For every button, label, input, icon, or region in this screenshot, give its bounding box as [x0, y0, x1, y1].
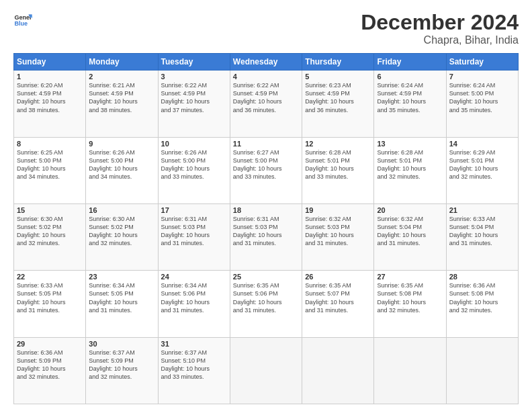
day-cell: 30Sunrise: 6:37 AM Sunset: 5:09 PM Dayli… [86, 337, 158, 404]
day-info: Sunrise: 6:34 AM Sunset: 5:05 PM Dayligh… [89, 281, 154, 314]
day-info: Sunrise: 6:29 AM Sunset: 5:01 PM Dayligh… [449, 148, 515, 181]
day-cell: 11Sunrise: 6:27 AM Sunset: 5:00 PM Dayli… [230, 137, 302, 203]
day-cell: 3Sunrise: 6:22 AM Sunset: 4:59 PM Daylig… [158, 71, 230, 137]
day-cell: 2Sunrise: 6:21 AM Sunset: 4:59 PM Daylig… [86, 71, 158, 137]
day-number: 4 [233, 73, 299, 81]
day-number: 18 [233, 206, 299, 214]
day-number: 21 [449, 206, 515, 214]
day-number: 12 [305, 140, 371, 148]
day-info: Sunrise: 6:24 AM Sunset: 4:59 PM Dayligh… [377, 81, 443, 114]
day-number: 22 [17, 273, 83, 281]
day-info: Sunrise: 6:25 AM Sunset: 5:00 PM Dayligh… [17, 148, 83, 181]
day-number: 29 [17, 340, 83, 348]
day-cell: 4Sunrise: 6:22 AM Sunset: 4:59 PM Daylig… [230, 71, 302, 137]
day-cell: 15Sunrise: 6:30 AM Sunset: 5:02 PM Dayli… [14, 203, 86, 270]
day-header-thursday: Thursday [302, 54, 374, 71]
day-number: 13 [377, 140, 443, 148]
day-number: 20 [377, 206, 443, 214]
day-cell: 20Sunrise: 6:32 AM Sunset: 5:04 PM Dayli… [374, 203, 446, 270]
day-info: Sunrise: 6:36 AM Sunset: 5:08 PM Dayligh… [449, 281, 515, 314]
day-cell: 8Sunrise: 6:25 AM Sunset: 5:00 PM Daylig… [14, 137, 86, 203]
day-header-sunday: Sunday [14, 54, 86, 71]
day-number: 30 [89, 340, 154, 348]
day-info: Sunrise: 6:31 AM Sunset: 5:03 PM Dayligh… [233, 215, 299, 248]
week-row-3: 15Sunrise: 6:30 AM Sunset: 5:02 PM Dayli… [14, 203, 519, 270]
day-info: Sunrise: 6:36 AM Sunset: 5:09 PM Dayligh… [17, 349, 83, 381]
day-number: 23 [89, 273, 154, 281]
day-number: 7 [449, 73, 515, 81]
day-cell [302, 337, 374, 404]
day-info: Sunrise: 6:34 AM Sunset: 5:06 PM Dayligh… [161, 281, 227, 314]
day-number: 24 [161, 273, 227, 281]
day-cell: 24Sunrise: 6:34 AM Sunset: 5:06 PM Dayli… [158, 271, 230, 337]
day-info: Sunrise: 6:35 AM Sunset: 5:06 PM Dayligh… [233, 281, 299, 314]
day-cell [230, 337, 302, 404]
day-info: Sunrise: 6:20 AM Sunset: 4:59 PM Dayligh… [17, 81, 83, 114]
day-cell: 10Sunrise: 6:26 AM Sunset: 5:00 PM Dayli… [158, 137, 230, 203]
day-info: Sunrise: 6:32 AM Sunset: 5:03 PM Dayligh… [305, 215, 371, 248]
day-number: 15 [17, 206, 83, 214]
day-number: 28 [449, 273, 515, 281]
day-info: Sunrise: 6:24 AM Sunset: 5:00 PM Dayligh… [449, 81, 515, 114]
week-row-5: 29Sunrise: 6:36 AM Sunset: 5:09 PM Dayli… [14, 337, 519, 404]
day-info: Sunrise: 6:37 AM Sunset: 5:09 PM Dayligh… [89, 349, 154, 381]
day-info: Sunrise: 6:28 AM Sunset: 5:01 PM Dayligh… [305, 148, 371, 181]
day-cell [374, 337, 446, 404]
day-number: 5 [305, 73, 371, 81]
day-cell: 22Sunrise: 6:33 AM Sunset: 5:05 PM Dayli… [14, 271, 86, 337]
day-cell: 29Sunrise: 6:36 AM Sunset: 5:09 PM Dayli… [14, 337, 86, 404]
svg-text:Blue: Blue [14, 20, 28, 27]
week-row-4: 22Sunrise: 6:33 AM Sunset: 5:05 PM Dayli… [14, 271, 519, 337]
day-cell: 5Sunrise: 6:23 AM Sunset: 4:59 PM Daylig… [302, 71, 374, 137]
title-area: December 2024 Chapra, Bihar, India [361, 11, 519, 46]
day-info: Sunrise: 6:28 AM Sunset: 5:01 PM Dayligh… [377, 148, 443, 181]
day-cell: 21Sunrise: 6:33 AM Sunset: 5:04 PM Dayli… [446, 203, 518, 270]
day-header-saturday: Saturday [446, 54, 518, 71]
day-info: Sunrise: 6:35 AM Sunset: 5:07 PM Dayligh… [305, 281, 371, 314]
day-number: 14 [449, 140, 515, 148]
day-number: 16 [89, 206, 154, 214]
day-info: Sunrise: 6:21 AM Sunset: 4:59 PM Dayligh… [89, 81, 154, 114]
day-info: Sunrise: 6:33 AM Sunset: 5:04 PM Dayligh… [449, 215, 515, 248]
day-cell: 25Sunrise: 6:35 AM Sunset: 5:06 PM Dayli… [230, 271, 302, 337]
logo-icon: General Blue [13, 11, 32, 30]
day-info: Sunrise: 6:26 AM Sunset: 5:00 PM Dayligh… [161, 148, 227, 181]
day-cell [446, 337, 518, 404]
week-row-2: 8Sunrise: 6:25 AM Sunset: 5:00 PM Daylig… [14, 137, 519, 203]
day-cell: 1Sunrise: 6:20 AM Sunset: 4:59 PM Daylig… [14, 71, 86, 137]
day-info: Sunrise: 6:30 AM Sunset: 5:02 PM Dayligh… [89, 215, 154, 248]
day-number: 27 [377, 273, 443, 281]
subtitle: Chapra, Bihar, India [361, 34, 519, 46]
day-number: 17 [161, 206, 227, 214]
day-info: Sunrise: 6:26 AM Sunset: 5:00 PM Dayligh… [89, 148, 154, 181]
logo: General Blue [13, 11, 32, 30]
day-info: Sunrise: 6:37 AM Sunset: 5:10 PM Dayligh… [161, 349, 227, 381]
day-info: Sunrise: 6:35 AM Sunset: 5:08 PM Dayligh… [377, 281, 443, 314]
header: General Blue December 2024 Chapra, Bihar… [13, 11, 519, 46]
day-number: 19 [305, 206, 371, 214]
day-cell: 17Sunrise: 6:31 AM Sunset: 5:03 PM Dayli… [158, 203, 230, 270]
day-cell: 13Sunrise: 6:28 AM Sunset: 5:01 PM Dayli… [374, 137, 446, 203]
week-row-1: 1Sunrise: 6:20 AM Sunset: 4:59 PM Daylig… [14, 71, 519, 137]
day-info: Sunrise: 6:31 AM Sunset: 5:03 PM Dayligh… [161, 215, 227, 248]
day-header-tuesday: Tuesday [158, 54, 230, 71]
calendar-body: 1Sunrise: 6:20 AM Sunset: 4:59 PM Daylig… [14, 71, 519, 404]
day-info: Sunrise: 6:30 AM Sunset: 5:02 PM Dayligh… [17, 215, 83, 248]
calendar-header-row: SundayMondayTuesdayWednesdayThursdayFrid… [14, 54, 519, 71]
day-cell: 23Sunrise: 6:34 AM Sunset: 5:05 PM Dayli… [86, 271, 158, 337]
day-info: Sunrise: 6:22 AM Sunset: 4:59 PM Dayligh… [233, 81, 299, 114]
day-cell: 28Sunrise: 6:36 AM Sunset: 5:08 PM Dayli… [446, 271, 518, 337]
day-header-wednesday: Wednesday [230, 54, 302, 71]
day-number: 11 [233, 140, 299, 148]
day-info: Sunrise: 6:27 AM Sunset: 5:00 PM Dayligh… [233, 148, 299, 181]
day-cell: 16Sunrise: 6:30 AM Sunset: 5:02 PM Dayli… [86, 203, 158, 270]
day-number: 2 [89, 73, 154, 81]
day-number: 25 [233, 273, 299, 281]
day-cell: 9Sunrise: 6:26 AM Sunset: 5:00 PM Daylig… [86, 137, 158, 203]
day-number: 9 [89, 140, 154, 148]
day-cell: 7Sunrise: 6:24 AM Sunset: 5:00 PM Daylig… [446, 71, 518, 137]
day-header-friday: Friday [374, 54, 446, 71]
day-number: 31 [161, 340, 227, 348]
day-cell: 14Sunrise: 6:29 AM Sunset: 5:01 PM Dayli… [446, 137, 518, 203]
page: General Blue December 2024 Chapra, Bihar… [0, 0, 532, 411]
